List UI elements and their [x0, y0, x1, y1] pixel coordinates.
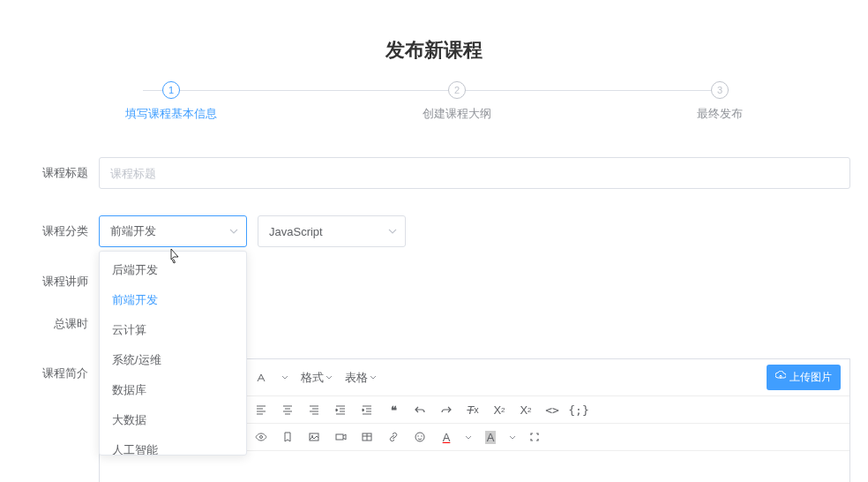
format-dropdown[interactable]: 格式	[301, 370, 333, 386]
font-family-icon[interactable]	[253, 370, 269, 386]
caret-icon	[326, 371, 333, 384]
step-circle: 1	[162, 81, 180, 99]
step-label: 创建课程大纲	[423, 106, 491, 122]
editor-body[interactable]	[100, 451, 849, 482]
teacher-label: 课程讲师	[26, 274, 88, 290]
superscript-icon[interactable]: X2	[518, 402, 534, 418]
dropdown-option[interactable]: 系统/运维	[100, 345, 246, 375]
bg-color-icon[interactable]: A	[483, 429, 498, 445]
step-3: 3 最终发布	[697, 81, 743, 122]
step-label: 填写课程基本信息	[125, 106, 217, 122]
indent-increase-icon[interactable]	[359, 402, 375, 418]
table-dropdown[interactable]: 表格	[345, 370, 377, 386]
svg-point-7	[421, 435, 422, 436]
bookmark-icon[interactable]	[280, 429, 296, 445]
step-circle: 3	[711, 81, 729, 99]
video-icon[interactable]	[333, 429, 348, 445]
cloud-upload-icon	[775, 371, 786, 384]
caret-icon	[465, 429, 472, 445]
subcategory-select[interactable]	[258, 215, 406, 247]
category-select[interactable]	[99, 215, 247, 247]
align-right-icon[interactable]	[306, 402, 322, 418]
category-label: 课程分类	[26, 223, 88, 239]
step-circle: 2	[448, 81, 466, 99]
title-input[interactable]	[99, 157, 850, 189]
svg-point-6	[417, 435, 418, 436]
title-label: 课程标题	[26, 165, 88, 181]
dropdown-option[interactable]: 云计算	[100, 315, 246, 345]
caret-icon	[509, 429, 516, 445]
subcategory-select-wrap	[258, 215, 406, 247]
cursor-icon	[168, 247, 182, 268]
steps-container: 1 填写课程基本信息 2 创建课程大纲 3 最终发布	[125, 81, 743, 122]
align-left-icon[interactable]	[253, 402, 269, 418]
step-label: 最终发布	[697, 106, 743, 122]
quote-icon[interactable]: ❝	[385, 402, 401, 418]
step-1: 1 填写课程基本信息	[125, 81, 217, 122]
code-block-icon[interactable]: {;}	[571, 402, 587, 418]
emoji-icon[interactable]	[412, 429, 428, 445]
category-row: 课程分类 后端开发 前端开发 云计算 系统/运维 数据库 大数据 人工智能	[26, 215, 850, 247]
step-2: 2 创建课程大纲	[423, 81, 491, 122]
code-icon[interactable]: <>	[544, 402, 560, 418]
hours-label: 总课时	[26, 316, 88, 332]
title-row: 课程标题	[26, 157, 850, 189]
image-icon[interactable]	[306, 429, 322, 445]
intro-label: 课程简介	[26, 358, 88, 381]
svg-point-5	[415, 433, 424, 441]
indent-decrease-icon[interactable]	[333, 402, 348, 418]
category-dropdown: 后端开发 前端开发 云计算 系统/运维 数据库 大数据 人工智能	[99, 251, 247, 456]
caret-icon	[281, 371, 288, 384]
redo-icon[interactable]	[438, 402, 454, 418]
caret-icon	[370, 371, 377, 384]
course-form: 课程标题 课程分类 后端开发 前端开发 云计算 系统/运维 数据库 大数据	[0, 157, 868, 482]
svg-point-0	[260, 436, 263, 439]
subscript-icon[interactable]: X2	[491, 402, 507, 418]
dropdown-option[interactable]: 大数据	[100, 405, 246, 435]
dropdown-option[interactable]: 前端开发	[100, 285, 246, 315]
fullscreen-icon[interactable]	[527, 429, 542, 445]
align-center-icon[interactable]	[280, 402, 296, 418]
clear-format-icon[interactable]: Tx	[465, 402, 481, 418]
link-icon[interactable]	[385, 429, 401, 445]
category-select-wrap: 后端开发 前端开发 云计算 系统/运维 数据库 大数据 人工智能	[99, 215, 247, 247]
page-title: 发布新课程	[0, 0, 868, 81]
preview-icon[interactable]	[253, 429, 269, 445]
dropdown-option[interactable]: 人工智能	[100, 435, 246, 456]
upload-image-button[interactable]: 上传图片	[767, 365, 841, 390]
font-color-icon[interactable]: A	[438, 429, 454, 445]
undo-icon[interactable]	[412, 402, 428, 418]
dropdown-option[interactable]: 数据库	[100, 375, 246, 405]
table-icon[interactable]	[359, 429, 375, 445]
svg-rect-3	[336, 434, 343, 440]
